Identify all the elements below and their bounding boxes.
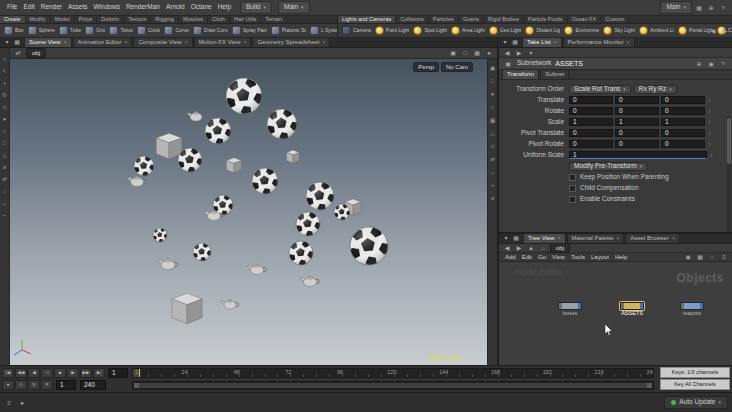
status-dot-icon[interactable]: ● xyxy=(17,398,27,408)
shelf-tool-curve[interactable]: Curve xyxy=(162,25,190,36)
viewport-path[interactable]: obj xyxy=(26,48,46,58)
shelf-tool-sky-light[interactable]: Sky Light xyxy=(601,25,637,36)
scale-tool-icon[interactable]: ◇ xyxy=(1,104,9,112)
soccer-ball[interactable] xyxy=(133,156,155,178)
param-field-scale-2[interactable]: 1 xyxy=(661,118,705,126)
param-field-pivot-translate-0[interactable]: 0 xyxy=(569,129,613,137)
zoom-fit-icon[interactable]: ○ xyxy=(707,252,717,262)
help-icon[interactable]: ? xyxy=(718,59,728,69)
node-flag-display[interactable] xyxy=(700,303,703,309)
shelf-tool-box[interactable]: Box xyxy=(2,25,26,36)
value-ladder-icon[interactable]: ↕ xyxy=(708,108,711,114)
home-icon[interactable]: ⌂ xyxy=(538,243,548,253)
close-tab-icon[interactable]: × xyxy=(558,236,561,241)
param-field-rotate-2[interactable]: 0 xyxy=(661,107,705,115)
param-field-pivot-translate-1[interactable]: 0 xyxy=(615,129,659,137)
network-menu-icon[interactable]: ≡ xyxy=(719,252,729,262)
back-icon[interactable]: ◀ xyxy=(502,243,512,253)
prev-frame-button[interactable]: ◀ xyxy=(28,368,40,378)
network-node-teapots[interactable]: teapots xyxy=(680,302,704,310)
network-path[interactable]: obj xyxy=(550,243,570,253)
shelf-tool-area-light[interactable]: Area Light xyxy=(449,25,487,36)
mirror-icon[interactable]: ⇄ xyxy=(1,176,9,184)
network-canvas[interactable]: Node Editor Objects boxesASSETSteapots xyxy=(499,262,732,367)
box[interactable] xyxy=(156,133,182,159)
snap-toggle-icon[interactable]: △ xyxy=(489,130,497,138)
param-field-translate-0[interactable]: 0 xyxy=(569,96,613,104)
shelf-tool-distant-light[interactable]: Distant Light xyxy=(523,25,562,36)
range-slider[interactable] xyxy=(132,381,654,390)
shelfset-selector[interactable]: Main ▾ xyxy=(278,1,310,14)
shelf-tool-platonic-solids[interactable]: Platonic Solids xyxy=(269,25,308,36)
shelf-tool-circle[interactable]: Circle xyxy=(135,25,163,36)
width-handle-icon[interactable]: ↔ xyxy=(1,200,9,208)
network-node-assets[interactable]: ASSETS xyxy=(620,302,644,310)
camera-view-icon[interactable]: ▣ xyxy=(489,65,497,73)
layout-quad-icon[interactable]: ▦ xyxy=(472,48,482,58)
shelf-tab-collisions[interactable]: Collisions xyxy=(396,16,429,23)
node-flag-display[interactable] xyxy=(578,303,581,309)
modify-pretransform-dropdown[interactable]: Modify Pre-Transform ▾ xyxy=(569,162,647,171)
checkbox-keep-position-when-parenting[interactable] xyxy=(569,174,576,181)
close-tab-icon[interactable]: × xyxy=(64,40,67,45)
tab-geometry-spreadsheet[interactable]: Geometry Spreadsheet× xyxy=(252,38,330,47)
pin-icon[interactable]: ◉ xyxy=(683,252,693,262)
tab-take-list[interactable]: Take List× xyxy=(522,38,562,47)
shelf-tab-polys[interactable]: Polys xyxy=(75,16,97,23)
current-frame-field[interactable]: 1 xyxy=(108,368,128,378)
update-mode-selector[interactable]: Auto Update ▾ xyxy=(664,396,728,409)
node-flag-display[interactable] xyxy=(640,303,643,309)
playbar-options-button[interactable]: ≡ xyxy=(41,380,53,390)
soccer-ball[interactable] xyxy=(225,77,265,117)
shelf-tab-texture[interactable]: Texture xyxy=(124,16,151,23)
close-tab-icon[interactable]: × xyxy=(616,236,619,241)
viewport-3d-canvas[interactable]: Persp No Cam 986ve.com xyxy=(10,59,487,365)
uniform-scale-field[interactable]: 1 xyxy=(569,151,707,159)
shelfset-selector-right[interactable]: Main ▾ xyxy=(660,1,692,14)
menu-arnold[interactable]: Arnold xyxy=(163,2,188,13)
network-menu-help[interactable]: Help xyxy=(612,253,630,261)
shelf-tool-sphere[interactable]: Sphere xyxy=(26,25,57,36)
node-name-field[interactable]: ASSETS xyxy=(555,60,583,67)
gear-icon[interactable]: ⊕ xyxy=(694,59,704,69)
close-tab-icon[interactable]: × xyxy=(554,40,557,45)
soccer-ball[interactable] xyxy=(288,241,314,267)
value-ladder-icon[interactable]: ↕ xyxy=(708,130,711,136)
soccer-ball[interactable] xyxy=(204,117,233,146)
shelf-tab-lights-and-cameras[interactable]: Lights and Cameras xyxy=(338,16,396,23)
transform-order-dropdown[interactable]: Scale Rot Trans ▾ xyxy=(569,85,631,94)
shelf-tool-grid[interactable]: Grid xyxy=(83,25,107,36)
pane-menu-icon[interactable]: ▾ xyxy=(2,38,12,47)
pane-menu-icon[interactable]: ▾ xyxy=(500,38,510,47)
shelf-tool-l-system[interactable]: L-System xyxy=(308,25,337,36)
link-icon[interactable]: ⇄ xyxy=(13,48,23,58)
shelf-tool-environment-light[interactable]: Environment Light xyxy=(562,25,601,36)
network-menu-layout[interactable]: Layout xyxy=(588,253,612,261)
grid-toggle-icon[interactable]: ▦ xyxy=(489,117,497,125)
soccer-ball[interactable] xyxy=(305,181,336,212)
shelf-scroll-left-icon[interactable]: ◀ xyxy=(708,26,718,36)
tab-asset-browser[interactable]: Asset Browser× xyxy=(625,234,680,243)
menu-renderman[interactable]: RenderMan xyxy=(123,2,163,13)
timeline-ruler[interactable]: 124487296120144168192216240 xyxy=(132,368,654,378)
network-menu-edit[interactable]: Edit xyxy=(519,253,535,261)
menu-file[interactable]: File xyxy=(4,2,20,13)
forward-icon[interactable]: ▶ xyxy=(514,243,524,253)
shelf-tab-custom[interactable]: Custom xyxy=(601,16,629,23)
soccer-ball[interactable] xyxy=(266,108,299,141)
layout-nodes-icon[interactable]: ▦ xyxy=(695,252,705,262)
layout-single-icon[interactable]: □ xyxy=(460,48,470,58)
close-tab-icon[interactable]: × xyxy=(185,40,188,45)
rotate-tool-icon[interactable]: ↻ xyxy=(1,92,9,100)
shelf-tool-tube[interactable]: Tube xyxy=(57,25,83,36)
snap-grid-icon[interactable]: □ xyxy=(1,140,9,148)
shelf-tab-cloth[interactable]: Cloth xyxy=(208,16,230,23)
lighting-icon[interactable]: ○ xyxy=(489,104,497,112)
teapot[interactable] xyxy=(221,299,239,309)
range-start-field[interactable]: 1 xyxy=(56,380,76,390)
select-tool-icon[interactable]: ↖ xyxy=(1,68,9,76)
play-button[interactable]: ▶ xyxy=(67,368,79,378)
settings-icon[interactable]: ⊕ xyxy=(706,3,716,13)
pane-split-icon[interactable]: ▦ xyxy=(511,234,521,243)
tab-animation-editor[interactable]: Animation Editor× xyxy=(73,38,133,47)
